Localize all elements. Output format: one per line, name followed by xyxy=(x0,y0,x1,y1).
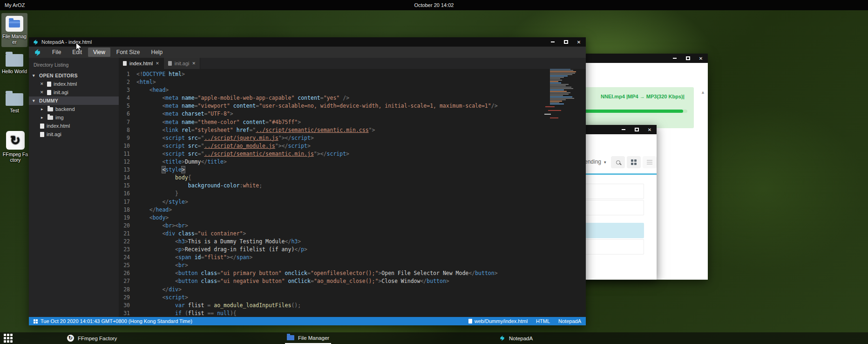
tree-item-init-agi[interactable]: init.agi xyxy=(29,130,119,138)
code-line: 19 <body> xyxy=(119,214,586,222)
code-line: 15 background-color:white; xyxy=(119,182,586,190)
menu-help[interactable]: Help xyxy=(146,48,168,57)
code-line: 25 <br> xyxy=(119,261,586,269)
desktop: My ArOZ October 20 14:02 File Manag er H… xyxy=(0,0,868,344)
desktop-icon-ffmpeg-factory[interactable]: ↻ FFmpeg Fa ctory xyxy=(2,131,28,163)
ffmpeg-factory-icon: ↻ xyxy=(6,131,25,150)
notepada-logo-icon xyxy=(499,335,505,341)
close-icon[interactable]: ✕ xyxy=(576,39,582,45)
code-line: 2<html> xyxy=(119,78,586,86)
code-line: 10 <script src="../script/ao_module.js">… xyxy=(119,142,586,150)
maximize-icon[interactable] xyxy=(685,55,691,61)
status-bar: Tue Oct 20 2020 14:01:43 GMT+0800 (Hong … xyxy=(29,317,586,325)
folder-icon xyxy=(6,93,23,106)
menu-file[interactable]: File xyxy=(47,48,66,57)
tree-item-init-agi[interactable]: ✕init.agi xyxy=(29,88,119,96)
file-tree: ▾OPEN EDITORS✕index.html✕init.agi▾DUMMY▸… xyxy=(29,71,119,138)
code-line: 23 <p>Received drag-in filelist (if any)… xyxy=(119,246,586,254)
status-language[interactable]: HTML xyxy=(536,318,550,324)
notepada-window: NotepadA - index.html ✕ File Edit View F… xyxy=(29,37,586,325)
search-icon xyxy=(616,160,620,165)
search-button[interactable] xyxy=(611,156,625,168)
desktop-icon-label: File Manag xyxy=(1,34,27,39)
taskbar-item-ffmpeg-factory[interactable]: ↻ FFmpeg Factory xyxy=(65,332,119,344)
code-line: 30 var flist = ao_module_loadInputFiles(… xyxy=(119,302,586,310)
tree-label: index.html xyxy=(54,81,77,87)
desktop-icon-test[interactable]: Test xyxy=(1,93,27,113)
tree-section-dummy[interactable]: ▾DUMMY xyxy=(29,96,119,105)
list-view-button[interactable] xyxy=(643,156,657,168)
code-editor[interactable]: 1<!DOCTYPE html>2<html>3 <head>4 <meta n… xyxy=(119,69,586,317)
close-icon[interactable]: ✕ xyxy=(156,61,159,66)
chevron-down-icon: ▾ xyxy=(604,160,606,165)
window-title: NotepadA - index.html xyxy=(41,39,92,45)
folder-icon xyxy=(6,54,23,67)
code-line: 12 <title>Dummy</title> xyxy=(119,158,586,166)
taskbar: ↻ FFmpeg Factory File Manager NotepadA xyxy=(0,332,868,344)
tree-item-img[interactable]: ▸img xyxy=(29,113,119,122)
scroll-up-icon[interactable]: ▲ xyxy=(701,90,705,95)
code-line: 8 <link rel="stylesheet" href="../script… xyxy=(119,126,586,134)
tab-init-agi[interactable]: init.agi ✕ xyxy=(164,58,200,69)
grid-view-button[interactable] xyxy=(627,156,641,168)
close-icon[interactable]: ✕ xyxy=(192,61,196,66)
notepada-titlebar[interactable]: NotepadA - index.html ✕ xyxy=(29,37,586,47)
minimap[interactable] xyxy=(550,69,580,105)
menu-bar: File Edit View Font Size Help xyxy=(29,47,586,58)
code-line: 14 body{ xyxy=(119,174,586,182)
status-datetime: Tue Oct 20 2020 14:01:43 GMT+0800 (Hong … xyxy=(41,318,192,324)
mouse-cursor xyxy=(76,43,83,51)
minimize-icon[interactable] xyxy=(671,55,678,61)
menu-view[interactable]: View xyxy=(88,48,110,57)
file-icon xyxy=(168,61,172,66)
desktop-icon-label: FFmpeg Fa xyxy=(2,151,28,157)
close-icon[interactable]: ✕ xyxy=(698,55,704,61)
tree-item-backend[interactable]: ▸backend xyxy=(29,105,119,113)
tab-bar: index.html ✕ init.agi ✕ xyxy=(119,58,586,69)
grid-icon xyxy=(631,159,637,165)
desktop-icon-file-manager[interactable]: File Manag er xyxy=(1,13,27,47)
tab-index-html[interactable]: index.html ✕ xyxy=(119,58,164,69)
folder-icon xyxy=(47,107,53,111)
sidebar-header: Directory Listing xyxy=(29,58,119,71)
close-icon[interactable]: ✕ xyxy=(646,127,653,132)
code-line: 26 <button class="ui primary button" onc… xyxy=(119,269,586,277)
code-line: 9 <script src="../script/jquery.min.js">… xyxy=(119,134,586,142)
desktop-icon-label: Test xyxy=(1,108,27,113)
code-line: 13 <style> xyxy=(119,166,586,174)
close-icon[interactable]: ✕ xyxy=(40,90,45,95)
minimap-artifacts xyxy=(543,103,571,131)
chevron-right-icon: ▸ xyxy=(41,107,45,111)
close-icon[interactable]: ✕ xyxy=(40,82,45,86)
minimize-icon[interactable] xyxy=(549,39,556,45)
menu-font-size[interactable]: Font Size xyxy=(111,48,145,57)
desktop-icon-hello-world[interactable]: Hello World xyxy=(1,54,27,74)
taskbar-item-file-manager[interactable]: File Manager xyxy=(285,332,331,344)
code-line: 21 <div class="ui container"> xyxy=(119,230,586,238)
file-icon xyxy=(40,132,44,137)
code-line: 3 <head> xyxy=(119,86,586,94)
tree-label: init.agi xyxy=(54,89,68,95)
maximize-icon[interactable] xyxy=(563,39,569,45)
tree-item-index-html[interactable]: index.html xyxy=(29,122,119,130)
code-line: 17 </style> xyxy=(119,198,586,206)
minimize-icon[interactable] xyxy=(620,127,627,132)
code-line: 22 <h3>This is a Dummy Testing Module</h… xyxy=(119,238,586,246)
tree-item-index-html[interactable]: ✕index.html xyxy=(29,80,119,88)
folder-icon xyxy=(47,116,53,120)
chevron-down-icon: ▾ xyxy=(33,73,37,78)
maximize-icon[interactable] xyxy=(633,127,640,132)
app-launcher-icon[interactable] xyxy=(4,334,13,343)
file-icon xyxy=(40,124,44,129)
code-line: 20 <br><br> xyxy=(119,222,586,230)
code-line: 16 } xyxy=(119,190,586,198)
file-manager-icon xyxy=(6,16,23,32)
list-icon xyxy=(647,160,652,165)
code-line: 1<!DOCTYPE html> xyxy=(119,70,586,78)
taskbar-item-notepada[interactable]: NotepadA xyxy=(497,332,535,344)
code-line: 4 <meta name="apple-mobile-web-app-capab… xyxy=(119,94,586,102)
document-icon xyxy=(468,319,472,323)
code-line: 31 if (flist == null){ xyxy=(119,310,586,317)
status-filepath[interactable]: web/Dummy/index.html xyxy=(475,318,528,324)
tree-section-open-editors[interactable]: ▾OPEN EDITORS xyxy=(29,71,119,80)
